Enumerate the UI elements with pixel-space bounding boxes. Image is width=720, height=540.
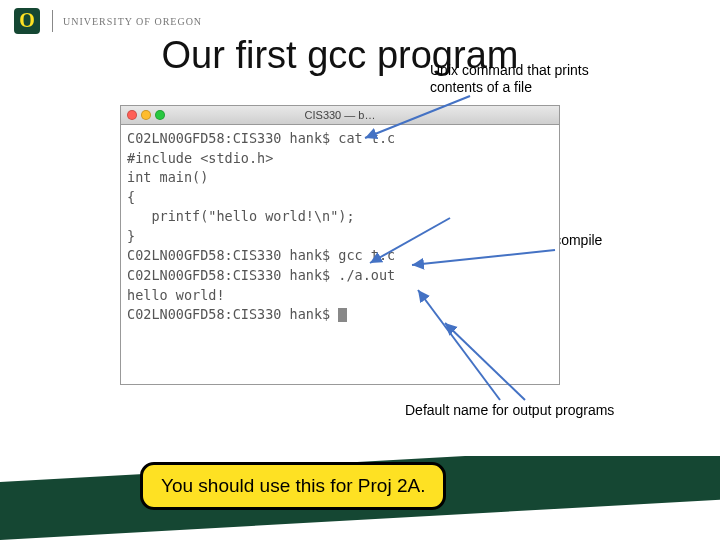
annotation-cat: Unix command that prints contents of a f… [430,62,620,96]
close-icon[interactable] [127,110,137,120]
brand-header: UNIVERSITY OF OREGON [0,0,720,38]
terminal-window: CIS330 — b… C02LN00GFD58:CIS330 hank$ ca… [120,105,560,385]
vertical-divider [52,10,53,32]
terminal-titlebar: CIS330 — b… [121,105,559,125]
term-line: C02LN00GFD58:CIS330 hank$ cat t.c [127,130,395,146]
zoom-icon[interactable] [155,110,165,120]
cursor-icon [338,308,347,322]
term-line: printf("hello world!\n"); [127,208,355,224]
minimize-icon[interactable] [141,110,151,120]
terminal-body: C02LN00GFD58:CIS330 hank$ cat t.c #inclu… [121,125,559,329]
term-line: #include <stdio.h> [127,150,273,166]
institution-name: UNIVERSITY OF OREGON [63,16,202,27]
term-line: } [127,228,135,244]
annotation-aout: Default name for output programs [405,402,614,419]
window-controls [127,110,165,120]
callout-box: You should use this for Proj 2A. [140,462,446,510]
term-line: C02LN00GFD58:CIS330 hank$ ./a.out [127,267,395,283]
uo-logo-icon [14,8,40,34]
term-line: C02LN00GFD58:CIS330 hank$ gcc t.c [127,247,395,263]
term-line: hello world! [127,287,225,303]
term-line: { [127,189,135,205]
terminal-title: CIS330 — b… [305,109,376,121]
term-line: int main() [127,169,208,185]
term-line: C02LN00GFD58:CIS330 hank$ [127,306,338,322]
